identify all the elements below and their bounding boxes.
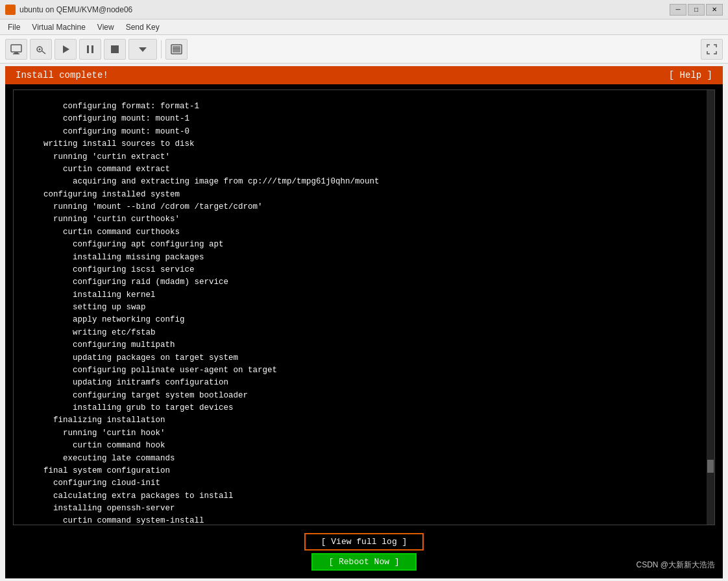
toolbar xyxy=(0,35,728,64)
toolbar-console-button[interactable] xyxy=(165,39,188,60)
display-icon xyxy=(10,43,23,56)
menu-virtual-machine[interactable]: Virtual Machine xyxy=(27,21,91,33)
maximize-button[interactable]: □ xyxy=(688,4,705,16)
menu-file[interactable]: File xyxy=(3,21,25,33)
key-icon xyxy=(34,43,47,56)
menu-view[interactable]: View xyxy=(92,21,119,33)
log-scrollbar-thumb[interactable] xyxy=(707,460,714,473)
titlebar: ubuntu on QEMU/KVM@node06 ─ □ ✕ xyxy=(0,0,728,19)
svg-rect-0 xyxy=(11,45,21,52)
toolbar-fullscreen-button[interactable] xyxy=(701,39,723,60)
log-content: configuring format: format-1 configuring… xyxy=(14,95,714,525)
svg-rect-8 xyxy=(91,45,93,53)
pause-icon xyxy=(84,43,97,56)
svg-rect-12 xyxy=(173,46,180,53)
svg-rect-7 xyxy=(87,45,89,53)
install-screen: Install complete! [ Help ] configuring f… xyxy=(5,66,723,578)
svg-line-4 xyxy=(42,51,46,54)
titlebar-controls: ─ □ ✕ xyxy=(670,4,723,16)
watermark: CSDN @大新新大浩浩 xyxy=(636,560,715,571)
titlebar-icon xyxy=(5,5,16,15)
toolbar-play-button[interactable] xyxy=(55,39,77,60)
svg-marker-10 xyxy=(139,47,147,52)
close-icon: ✕ xyxy=(712,6,717,13)
toolbar-dropdown-button[interactable] xyxy=(128,39,157,60)
svg-marker-6 xyxy=(63,45,69,53)
maximize-icon: □ xyxy=(694,6,698,13)
titlebar-left: ubuntu on QEMU/KVM@node06 xyxy=(5,5,132,15)
svg-point-5 xyxy=(39,48,41,50)
console-icon xyxy=(170,43,183,56)
play-icon xyxy=(59,43,72,56)
menubar: File Virtual Machine View Send Key xyxy=(0,19,728,35)
reboot-now-button[interactable]: [ Reboot Now ] xyxy=(311,553,416,571)
log-area: configuring format: format-1 configuring… xyxy=(13,89,715,525)
toolbar-pause-button[interactable] xyxy=(79,39,101,60)
stop-icon xyxy=(108,43,121,56)
bottom-area: [ View full log ] [ Reboot Now ] xyxy=(5,525,723,578)
menu-send-key[interactable]: Send Key xyxy=(121,21,165,33)
chevron-down-icon xyxy=(136,43,149,56)
view-full-log-button[interactable]: [ View full log ] xyxy=(304,533,424,551)
install-header: Install complete! [ Help ] xyxy=(5,66,723,84)
minimize-button[interactable]: ─ xyxy=(670,4,686,16)
toolbar-key-button[interactable] xyxy=(30,39,52,60)
install-title: Install complete! xyxy=(16,70,108,80)
window-title: ubuntu on QEMU/KVM@node06 xyxy=(19,5,132,14)
toolbar-display-button[interactable] xyxy=(5,39,27,60)
fullscreen-icon xyxy=(705,43,718,56)
help-button[interactable]: [ Help ] xyxy=(669,70,712,80)
svg-rect-9 xyxy=(111,45,119,53)
log-scrollbar[interactable] xyxy=(707,90,714,525)
toolbar-separator xyxy=(161,40,162,58)
vm-area: Install complete! [ Help ] configuring f… xyxy=(5,66,723,578)
toolbar-stop-button[interactable] xyxy=(104,39,126,60)
close-button[interactable]: ✕ xyxy=(706,4,723,16)
minimize-icon: ─ xyxy=(675,6,680,13)
